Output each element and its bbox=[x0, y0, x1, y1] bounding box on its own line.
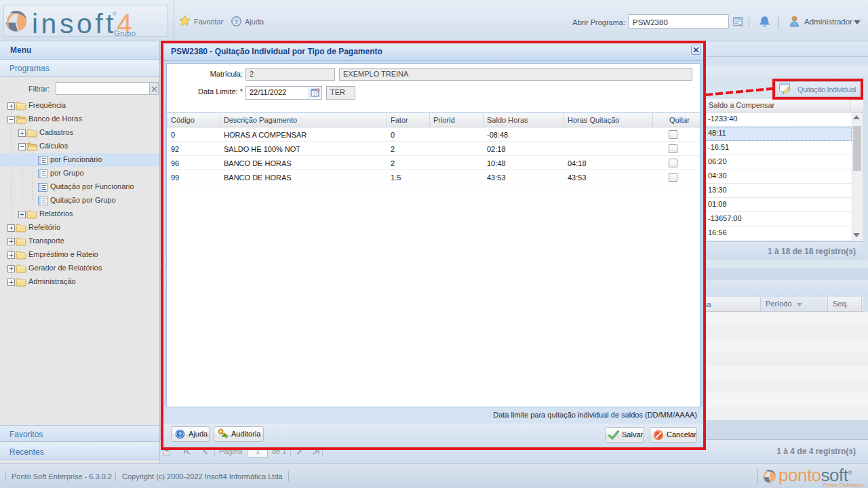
svg-text:?: ? bbox=[235, 18, 239, 25]
svg-text:?: ? bbox=[178, 431, 182, 438]
